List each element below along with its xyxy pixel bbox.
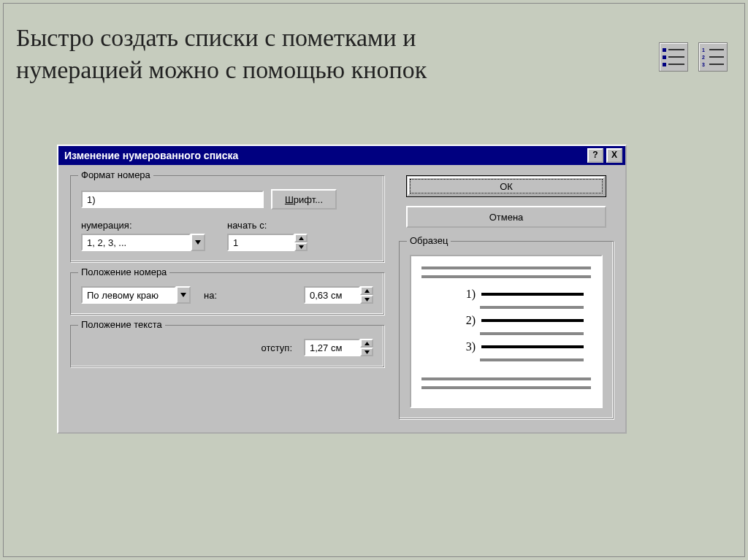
spin-up-icon[interactable] bbox=[294, 234, 308, 242]
preview-number: 2) bbox=[458, 315, 476, 326]
preview-area: 1) 2) 3) bbox=[410, 255, 603, 408]
legend-number-format: Формат номера bbox=[78, 169, 153, 180]
chevron-down-icon[interactable] bbox=[191, 234, 205, 251]
spin-down-icon[interactable] bbox=[360, 348, 373, 356]
preview-number: 1) bbox=[458, 288, 476, 300]
svg-marker-5 bbox=[365, 298, 370, 302]
svg-marker-0 bbox=[195, 240, 201, 245]
group-number-position: Положение номера По левому краю на: 0,63… bbox=[70, 272, 384, 315]
ok-button[interactable]: ОК bbox=[406, 175, 606, 197]
group-number-format: Формат номера 1) Шрифт... нумерация: 1, … bbox=[70, 175, 384, 262]
spin-down-icon[interactable] bbox=[360, 295, 373, 304]
slide-heading: Быстро создать списки с пометками и нуме… bbox=[16, 22, 630, 85]
svg-marker-4 bbox=[365, 289, 370, 293]
numbered-list-button[interactable]: 1 2 3 bbox=[698, 42, 728, 72]
numbered-list-dialog: Изменение нумерованного списка ? X Форма… bbox=[57, 145, 627, 434]
legend-preview: Образец bbox=[407, 235, 451, 246]
group-preview: Образец 1) 2) 3) bbox=[399, 241, 614, 419]
numbering-label: нумерация: bbox=[81, 220, 205, 231]
indent-spinner[interactable]: 1,27 см bbox=[304, 339, 373, 356]
spin-down-icon[interactable] bbox=[294, 242, 308, 251]
number-format-input[interactable]: 1) bbox=[81, 191, 264, 208]
font-button[interactable]: Шрифт... bbox=[271, 189, 337, 210]
close-button[interactable]: X bbox=[606, 148, 622, 163]
dialog-title: Изменение нумерованного списка bbox=[64, 150, 587, 161]
svg-marker-2 bbox=[299, 245, 304, 249]
indent-label: отступ: bbox=[261, 342, 292, 353]
font-button-rest: рифт... bbox=[294, 194, 323, 205]
toolbar-icons: 1 2 3 bbox=[659, 42, 728, 72]
spin-up-icon[interactable] bbox=[360, 339, 373, 348]
at-label: на: bbox=[204, 290, 217, 301]
preview-number: 3) bbox=[458, 341, 476, 353]
group-text-position: Положение текста отступ: 1,27 см bbox=[70, 325, 384, 367]
svg-marker-6 bbox=[365, 342, 370, 345]
legend-number-position: Положение номера bbox=[78, 266, 169, 277]
legend-text-position: Положение текста bbox=[78, 319, 165, 330]
numbering-combo[interactable]: 1, 2, 3, ... bbox=[81, 234, 205, 251]
bulleted-list-button[interactable] bbox=[659, 42, 688, 72]
at-spinner[interactable]: 0,63 см bbox=[304, 286, 373, 304]
chevron-down-icon[interactable] bbox=[176, 286, 191, 304]
dialog-titlebar[interactable]: Изменение нумерованного списка ? X bbox=[58, 146, 625, 165]
alignment-combo[interactable]: По левому краю bbox=[81, 286, 191, 304]
start-at-spinner[interactable]: 1 bbox=[227, 234, 308, 251]
svg-marker-7 bbox=[365, 350, 370, 354]
svg-marker-1 bbox=[299, 237, 304, 240]
cancel-button[interactable]: Отмена bbox=[406, 206, 606, 228]
heading-line-2: нумерацией можно с помощью кнопок bbox=[16, 56, 427, 83]
help-button[interactable]: ? bbox=[587, 148, 603, 163]
svg-marker-3 bbox=[180, 293, 186, 297]
start-at-label: начать с: bbox=[227, 220, 308, 231]
heading-line-1: Быстро создать списки с пометками и bbox=[16, 24, 416, 51]
spin-up-icon[interactable] bbox=[360, 286, 373, 295]
